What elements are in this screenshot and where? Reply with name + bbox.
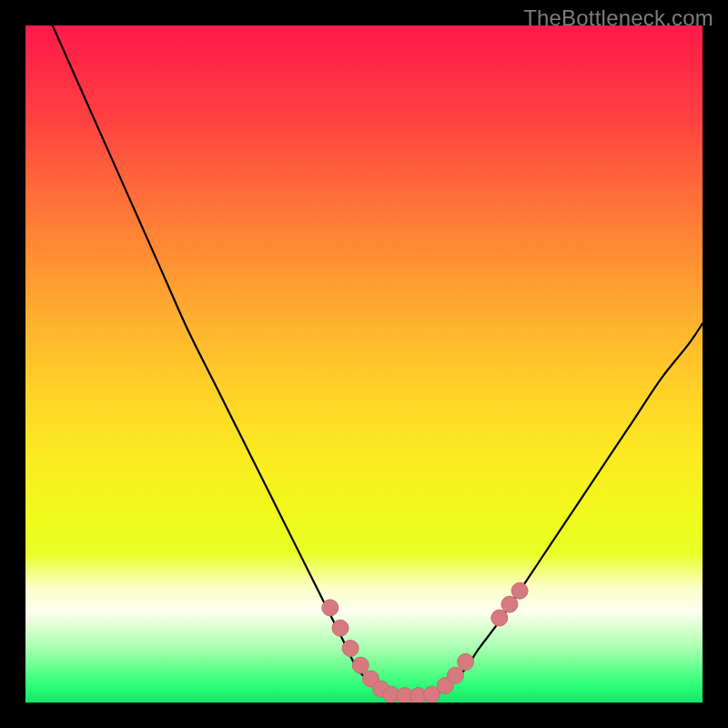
curve-marker <box>342 640 359 656</box>
curve-marker <box>332 620 349 636</box>
watermark-text: TheBottleneck.com <box>523 5 713 31</box>
curve-marker <box>447 667 463 683</box>
curve-marker <box>501 596 518 612</box>
curve-layer <box>25 25 703 703</box>
plot-area <box>25 25 703 703</box>
curve-marker <box>511 582 528 599</box>
curve-marker <box>352 657 369 673</box>
curve-markers <box>322 582 528 703</box>
curve-marker <box>491 610 508 626</box>
curve-marker <box>458 653 474 670</box>
chart-stage: TheBottleneck.com <box>0 0 728 728</box>
curve-path <box>53 25 703 696</box>
curve-marker <box>322 600 339 616</box>
bottleneck-curve <box>53 25 703 696</box>
